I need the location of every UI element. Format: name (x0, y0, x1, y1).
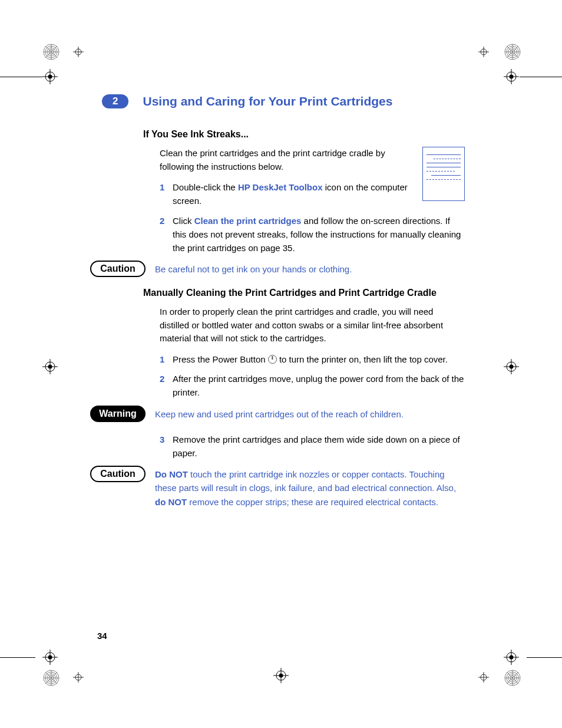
printer-mark-icon (504, 669, 521, 687)
emphasis: Do NOT (155, 469, 188, 479)
chapter-title: Using and Caring for Your Print Cartridg… (143, 94, 392, 108)
warning-label: Warning (90, 406, 146, 422)
crop-mark-icon (478, 672, 489, 683)
caution-row-2: Caution Do NOT touch the print cartridge… (90, 466, 465, 509)
text-part: to turn the printer on, then lift the to… (277, 354, 448, 364)
step-text: Double-click the HP DeskJet Toolbox icon… (173, 180, 408, 208)
step-number: 1 (160, 180, 173, 208)
registration-mark-icon (504, 69, 519, 84)
power-button-icon (268, 355, 277, 364)
clean-cartridges-link: Clean the print cartridges (194, 216, 302, 226)
registration-mark-icon (273, 668, 289, 683)
printer-mark-icon (42, 43, 60, 61)
caution-label: Caution (90, 261, 146, 277)
crop-mark-icon (73, 672, 84, 683)
step-number: 3 (160, 433, 173, 460)
trim-line-bottom (0, 657, 35, 658)
section-heading-manual: Manually Cleaning the Print Cartridges a… (143, 288, 465, 298)
registration-mark-icon (42, 359, 58, 374)
trim-line-top (520, 77, 562, 77)
registration-mark-icon (504, 359, 519, 374)
emphasis: do NOT (155, 497, 187, 507)
text-part: remove the copper strips; these are requ… (187, 497, 438, 507)
content-area: If You See Ink Streaks... Clean the prin… (97, 129, 465, 509)
step-number: 1 (160, 353, 173, 366)
step-number: 2 (160, 372, 173, 400)
chapter-header: 2 Using and Caring for Your Print Cartri… (102, 94, 465, 108)
crop-mark-icon (73, 47, 84, 57)
warning-text: Keep new and used print cartridges out o… (155, 406, 465, 421)
crop-mark-icon (478, 47, 489, 57)
caution-text: Do NOT touch the print cartridge ink noz… (155, 466, 465, 509)
document-page: 2 Using and Caring for Your Print Cartri… (0, 0, 562, 509)
intro-text: Clean the print cartridges and the print… (143, 147, 408, 173)
section1-text: Clean the print cartridges and the print… (143, 147, 408, 214)
trim-line-bottom (527, 657, 562, 658)
step-text: Press the Power Button to turn the print… (173, 353, 465, 366)
text-part: Click (173, 216, 194, 226)
printer-mark-icon (42, 669, 60, 687)
step-2: 2 After the print cartridges move, unplu… (143, 372, 465, 400)
text-part: Double-click the (173, 182, 238, 192)
section1-wrap: Clean the print cartridges and the print… (143, 147, 465, 214)
step-text: Click Clean the print cartridges and fol… (173, 214, 465, 255)
registration-mark-icon (504, 650, 519, 665)
step-3: 3 Remove the print cartridges and place … (143, 433, 465, 460)
text-part: Press the Power Button (173, 354, 268, 364)
registration-mark-icon (42, 650, 58, 665)
caution-label: Caution (90, 466, 146, 482)
registration-mark-icon (42, 69, 58, 84)
caution-text: Be careful not to get ink on your hands … (155, 261, 465, 276)
step-number: 2 (160, 214, 173, 255)
step-1: 1 Double-click the HP DeskJet Toolbox ic… (143, 180, 408, 208)
warning-row: Warning Keep new and used print cartridg… (90, 406, 465, 422)
page-number: 34 (97, 631, 107, 641)
printer-mark-icon (504, 43, 521, 61)
step-text: Remove the print cartridges and place th… (173, 433, 465, 460)
step-1: 1 Press the Power Button to turn the pri… (143, 353, 465, 366)
caution-row: Caution Be careful not to get ink on you… (90, 261, 465, 277)
trim-line-top (0, 77, 42, 77)
step-2: 2 Click Clean the print cartridges and f… (143, 214, 465, 255)
section-heading-streaks: If You See Ink Streaks... (143, 129, 465, 140)
step-text: After the print cartridges move, unplug … (173, 372, 465, 400)
toolbox-link: HP DeskJet Toolbox (238, 182, 323, 192)
intro-text: In order to properly clean the print car… (143, 305, 465, 345)
text-part: touch the print cartridge ink nozzles or… (155, 469, 456, 493)
chapter-number-badge: 2 (102, 94, 128, 108)
ink-streak-illustration (422, 147, 465, 201)
